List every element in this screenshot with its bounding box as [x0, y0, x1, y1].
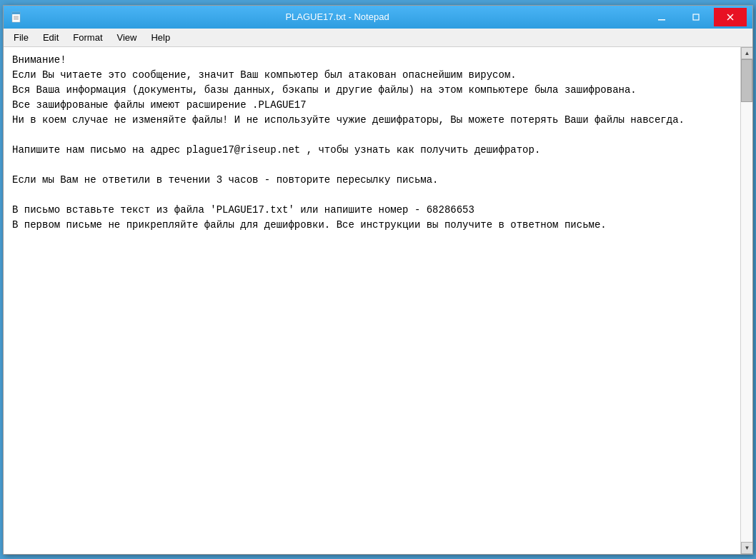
- scrollbar[interactable]: ▲ ▼: [740, 47, 752, 554]
- window-controls: [645, 8, 747, 26]
- menu-edit[interactable]: Edit: [36, 30, 66, 45]
- menu-format[interactable]: Format: [66, 30, 109, 45]
- svg-rect-1: [12, 12, 20, 14]
- close-button[interactable]: [714, 8, 747, 26]
- svg-rect-6: [693, 14, 699, 20]
- scroll-thumb[interactable]: [741, 59, 752, 102]
- scroll-track[interactable]: [741, 59, 752, 542]
- text-editor[interactable]: [4, 47, 740, 554]
- notepad-window: PLAGUE17.txt - Notepad File Edit Format …: [3, 5, 753, 555]
- menu-help[interactable]: Help: [144, 30, 177, 45]
- svg-rect-5: [658, 19, 665, 21]
- menu-view[interactable]: View: [110, 30, 144, 45]
- title-bar: PLAGUE17.txt - Notepad: [4, 6, 752, 29]
- scroll-up-button[interactable]: ▲: [741, 47, 752, 59]
- minimize-button[interactable]: [645, 8, 678, 26]
- editor-area: ▲ ▼: [4, 47, 752, 554]
- app-icon: [9, 10, 24, 24]
- menu-file[interactable]: File: [6, 30, 36, 45]
- scroll-down-button[interactable]: ▼: [741, 542, 752, 554]
- window-title: PLAGUE17.txt - Notepad: [29, 11, 645, 22]
- restore-button[interactable]: [680, 8, 712, 26]
- menu-bar: File Edit Format View Help: [4, 29, 752, 47]
